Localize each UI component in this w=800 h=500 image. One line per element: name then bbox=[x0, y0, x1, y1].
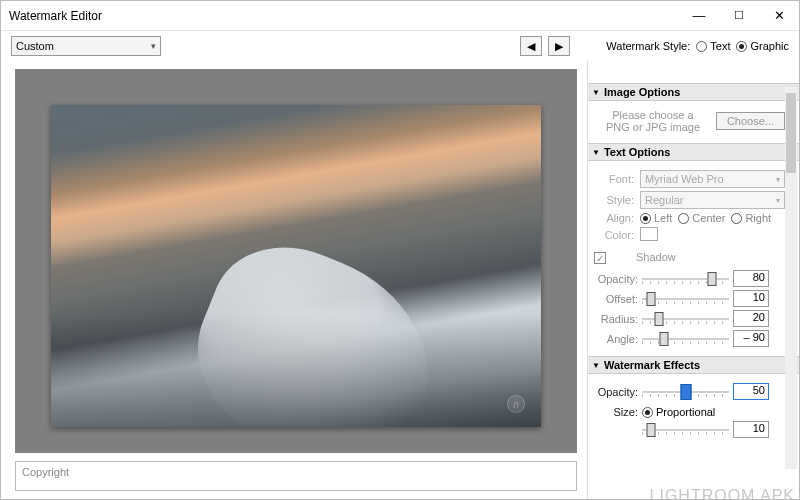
color-label: Color: bbox=[594, 229, 634, 241]
effects-opacity-slider[interactable] bbox=[642, 389, 729, 395]
watermark-preview-badge: n bbox=[507, 395, 525, 413]
style-graphic-radio[interactable]: Graphic bbox=[736, 40, 789, 52]
title-bar: Watermark Editor — ☐ ✕ bbox=[1, 1, 799, 31]
shadow-angle-value[interactable]: – 90 bbox=[733, 330, 769, 347]
text-color-swatch[interactable] bbox=[640, 227, 658, 241]
align-left-radio[interactable]: Left bbox=[640, 212, 672, 224]
chevron-down-icon: ▾ bbox=[776, 196, 780, 205]
text-options-header[interactable]: ▼ Text Options bbox=[588, 143, 799, 161]
style-text-radio[interactable]: Text bbox=[696, 40, 730, 52]
radio-icon bbox=[640, 213, 651, 224]
toolbar: Custom ▾ ◀ ▶ Watermark Style: Text Graph… bbox=[1, 31, 799, 61]
chevron-down-icon: ▾ bbox=[151, 41, 156, 51]
preset-value: Custom bbox=[16, 40, 54, 52]
shadow-opacity-value[interactable]: 80 bbox=[733, 270, 769, 287]
shadow-section-title: Shadow bbox=[636, 251, 676, 263]
image-options-hint: Please choose a PNG or JPG image bbox=[598, 109, 708, 133]
minimize-button[interactable]: — bbox=[679, 1, 719, 31]
branding-watermark: LIGHTROOM APK bbox=[650, 487, 795, 499]
effects-opacity-label: Opacity: bbox=[594, 386, 638, 398]
shadow-offset-slider[interactable] bbox=[642, 296, 729, 302]
choose-image-button[interactable]: Choose... bbox=[716, 112, 785, 130]
left-pane: n Copyright bbox=[1, 61, 587, 499]
image-options-header[interactable]: ▼ Image Options bbox=[588, 83, 799, 101]
font-style-label: Style: bbox=[594, 194, 634, 206]
effects-size-slider[interactable] bbox=[642, 427, 729, 433]
radio-icon bbox=[642, 407, 653, 418]
maximize-button[interactable]: ☐ bbox=[719, 1, 759, 31]
chevron-down-icon: ▾ bbox=[776, 175, 780, 184]
radio-icon bbox=[696, 41, 707, 52]
shadow-offset-label: Offset: bbox=[594, 293, 638, 305]
shadow-angle-slider[interactable] bbox=[642, 336, 729, 342]
effects-size-label: Size: bbox=[594, 406, 638, 418]
font-style-dropdown[interactable]: Regular ▾ bbox=[640, 191, 785, 209]
shadow-radius-value[interactable]: 20 bbox=[733, 310, 769, 327]
watermark-style-label: Watermark Style: bbox=[606, 40, 690, 52]
shadow-opacity-label: Opacity: bbox=[594, 273, 638, 285]
preset-dropdown[interactable]: Custom ▾ bbox=[11, 36, 161, 56]
right-panel: ▼ Image Options Please choose a PNG or J… bbox=[587, 61, 799, 499]
shadow-opacity-slider[interactable] bbox=[642, 276, 729, 282]
preview-image: n bbox=[51, 105, 541, 427]
effects-opacity-value[interactable]: 50 bbox=[733, 383, 769, 400]
window-title: Watermark Editor bbox=[9, 9, 679, 23]
right-panel-scrollbar[interactable] bbox=[785, 87, 797, 469]
shadow-angle-label: Angle: bbox=[594, 333, 638, 345]
shadow-radius-slider[interactable] bbox=[642, 316, 729, 322]
align-label: Align: bbox=[594, 212, 634, 224]
prev-image-button[interactable]: ◀ bbox=[520, 36, 542, 56]
radio-icon bbox=[736, 41, 747, 52]
shadow-radius-label: Radius: bbox=[594, 313, 638, 325]
shadow-offset-value[interactable]: 10 bbox=[733, 290, 769, 307]
effects-size-value[interactable]: 10 bbox=[733, 421, 769, 438]
disclosure-triangle-icon: ▼ bbox=[592, 361, 600, 370]
watermark-effects-header[interactable]: ▼ Watermark Effects bbox=[588, 356, 799, 374]
radio-icon bbox=[678, 213, 689, 224]
align-right-radio[interactable]: Right bbox=[731, 212, 771, 224]
font-label: Font: bbox=[594, 173, 634, 185]
align-center-radio[interactable]: Center bbox=[678, 212, 725, 224]
copyright-input[interactable]: Copyright bbox=[15, 461, 577, 491]
disclosure-triangle-icon: ▼ bbox=[592, 88, 600, 97]
disclosure-triangle-icon: ▼ bbox=[592, 148, 600, 157]
close-button[interactable]: ✕ bbox=[759, 1, 799, 31]
size-proportional-radio[interactable]: Proportional bbox=[642, 406, 715, 418]
next-image-button[interactable]: ▶ bbox=[548, 36, 570, 56]
radio-icon bbox=[731, 213, 742, 224]
font-dropdown[interactable]: Myriad Web Pro ▾ bbox=[640, 170, 785, 188]
shadow-checkbox[interactable]: ✓ bbox=[594, 252, 606, 264]
preview-stage: n bbox=[15, 69, 577, 453]
